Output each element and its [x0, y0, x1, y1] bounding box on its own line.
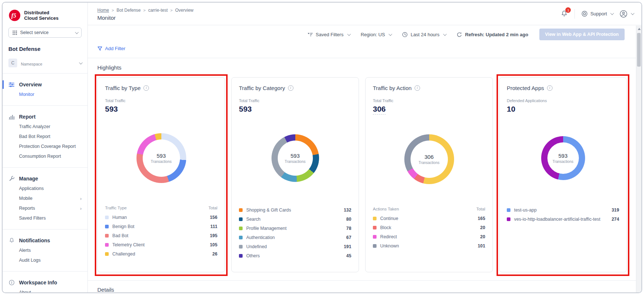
- info-icon[interactable]: i: [288, 85, 293, 91]
- sidebar-section-workspace-info[interactable]: Workspace Info: [3, 277, 87, 288]
- wrench-icon: [8, 176, 15, 182]
- vertical-scrollbar[interactable]: [636, 26, 641, 292]
- legend-swatch: [105, 234, 109, 238]
- donut-chart[interactable]: 593Transactions: [541, 136, 585, 180]
- sidebar-divider: [3, 271, 87, 272]
- sidebar-divider: [3, 73, 87, 74]
- sidebar-item-consumption-report[interactable]: Consumption Report: [3, 152, 87, 161]
- sidebar-item-monitor[interactable]: Monitor: [3, 90, 87, 100]
- legend-row-authentication[interactable]: Authentication67: [239, 233, 351, 242]
- stat-value: 593: [105, 105, 118, 113]
- legend-label: Others: [246, 253, 342, 258]
- card-traffic-by-category: Traffic by CategoryiTotal Traffic593593T…: [231, 77, 359, 272]
- legend-row-shopping-gift-cards[interactable]: Shopping & Gift Cards132: [239, 206, 351, 215]
- legend-label: ves-io-http-loadbalancer-artificial-traf…: [514, 217, 608, 222]
- card-title-row: Traffic by Actioni: [373, 85, 485, 91]
- card-body: Traffic by TypeiTotal Traffic593593Trans…: [97, 77, 225, 272]
- chevron-down-icon: [75, 30, 79, 34]
- legend-row-unknown[interactable]: Unknown101: [373, 242, 485, 251]
- sidebar-divider: [3, 105, 87, 106]
- sidebar-item-protection-coverage-report[interactable]: Protection Coverage Report: [3, 142, 87, 152]
- sidebar-section-manage[interactable]: Manage: [3, 173, 87, 184]
- saved-filters-dropdown[interactable]: Saved Filters: [307, 32, 350, 37]
- legend-row-benign-bot[interactable]: Benign Bot111: [105, 222, 217, 231]
- legend-row-continue[interactable]: Continue165: [373, 214, 485, 223]
- sidebar-item-bad-bot-report[interactable]: Bad Bot Report: [3, 132, 87, 142]
- notifications-bell-button[interactable]: 1: [561, 10, 568, 18]
- support-menu[interactable]: Support: [581, 11, 613, 17]
- namespace-avatar: C: [8, 59, 17, 67]
- sidebar-section-report[interactable]: Report: [3, 112, 87, 122]
- f5-logo-icon: f5: [8, 9, 21, 22]
- legend: test-us-app319ves-io-http-loadbalancer-a…: [507, 206, 619, 224]
- sidebar-item-audit-logs[interactable]: Audit Logs: [3, 255, 87, 265]
- sidebar-item-label: Audit Logs: [19, 258, 82, 263]
- legend-row-challenged[interactable]: Challenged26: [105, 250, 217, 259]
- sidebar-item-traffic-analyzer[interactable]: Traffic Analyzer: [3, 122, 87, 132]
- brand-logo[interactable]: f5 Distributed Cloud Services: [3, 8, 87, 26]
- view-in-waap-button[interactable]: View in Web App & API Protection: [539, 29, 625, 40]
- sidebar-item-mobile[interactable]: Mobile›: [3, 194, 87, 203]
- breadcrumb-item-home[interactable]: Home: [97, 8, 109, 13]
- chevron-down-icon: [610, 11, 614, 15]
- legend-label: Continue: [380, 216, 474, 221]
- sidebar-item-alerts[interactable]: Alerts: [3, 246, 87, 255]
- legend-value: 20: [480, 234, 485, 239]
- account-menu[interactable]: [619, 10, 633, 18]
- legend-row-others[interactable]: Others45: [239, 251, 351, 261]
- legend-row-telemetry-client[interactable]: Telemetry Client105: [105, 240, 217, 250]
- donut-center-label: Transactions: [419, 161, 439, 165]
- legend-value: 45: [346, 253, 351, 258]
- legend-row-search[interactable]: Search80: [239, 215, 351, 224]
- legend-value: 132: [344, 208, 351, 213]
- donut-chart[interactable]: 306Transactions: [404, 134, 454, 184]
- info-icon[interactable]: i: [547, 85, 553, 91]
- legend-row-redirect[interactable]: Redirect20: [373, 232, 485, 242]
- card-title: Traffic by Category: [239, 85, 285, 91]
- chevron-down-icon: [389, 32, 392, 36]
- legend-value: 80: [346, 217, 351, 222]
- refresh-button[interactable]: Refresh: Updated 2 min ago: [457, 32, 528, 37]
- add-filter-button[interactable]: Add Filter: [97, 46, 126, 51]
- sidebar-divider: [3, 167, 87, 168]
- sidebar: f5 Distributed Cloud Services Select ser…: [3, 3, 88, 292]
- breadcrumb-item-bot-defense[interactable]: Bot Defense: [116, 8, 141, 13]
- legend-row-human[interactable]: Human156: [105, 213, 217, 222]
- legend-row-profile-management[interactable]: Profile Management78: [239, 224, 351, 233]
- namespace-selector[interactable]: C Namespace: [8, 59, 82, 67]
- notification-badge: 1: [565, 7, 571, 13]
- sidebar-item-applications[interactable]: Applications: [3, 184, 87, 194]
- filter-lines-icon: [307, 32, 313, 37]
- select-service-dropdown[interactable]: Select service: [8, 27, 82, 38]
- legend-row-test-us-app[interactable]: test-us-app319: [507, 206, 619, 215]
- scroll-up-arrow-icon[interactable]: [638, 28, 641, 30]
- scrollbar-thumb[interactable]: [637, 33, 641, 67]
- breadcrumb-item-carrie-test[interactable]: carrie-test: [148, 8, 168, 13]
- legend-row-undefined[interactable]: Undefined191: [239, 242, 351, 251]
- info-icon[interactable]: i: [415, 85, 420, 91]
- legend-swatch: [239, 208, 243, 212]
- donut-center-value: 593: [291, 153, 300, 159]
- sidebar-section-notifications[interactable]: Notifications: [3, 235, 87, 246]
- donut-center-label: Transactions: [553, 160, 573, 164]
- region-dropdown[interactable]: Region: US: [361, 32, 391, 37]
- legend-row-ves-io-http-loadbalancer-artificial-traffic-test[interactable]: ves-io-http-loadbalancer-artificial-traf…: [507, 215, 619, 224]
- sidebar-item-about[interactable]: About: [3, 288, 87, 293]
- legend-row-block[interactable]: Block20: [373, 223, 485, 232]
- sidebar-item-reports[interactable]: Reports›: [3, 203, 87, 213]
- sidebar-section-overview[interactable]: Overview: [3, 79, 87, 90]
- grid-icon: [12, 30, 17, 35]
- donut-chart[interactable]: 593Transactions: [272, 134, 319, 182]
- donut-chart-area: 593Transactions: [507, 116, 619, 201]
- info-icon[interactable]: i: [143, 85, 149, 91]
- time-range-dropdown[interactable]: Last 24 hours: [402, 32, 446, 37]
- donut-chart[interactable]: 593Transactions: [136, 133, 186, 183]
- header-separator: [574, 9, 575, 19]
- chevron-right-icon: ›: [80, 206, 82, 211]
- breadcrumb-item-overview[interactable]: Overview: [175, 8, 194, 13]
- legend-row-bad-bot[interactable]: Bad Bot195: [105, 231, 217, 240]
- stat-label: Total Traffic: [239, 98, 351, 103]
- sidebar-item-saved-filters[interactable]: Saved Filters: [3, 213, 87, 223]
- legend-header: Actions TakenTotal: [373, 207, 485, 211]
- stat-label: Total Traffic: [105, 98, 217, 103]
